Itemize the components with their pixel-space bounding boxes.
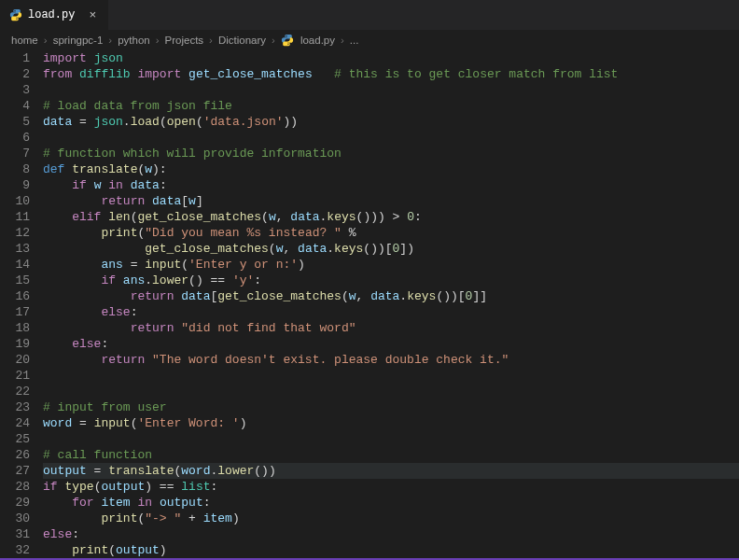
code-line[interactable]: if type(output) == list: xyxy=(43,479,739,495)
code-line[interactable]: for item in output: xyxy=(43,495,739,511)
breadcrumb-item-more[interactable]: ... xyxy=(350,35,359,46)
line-number: 21 xyxy=(0,368,30,384)
line-number: 5 xyxy=(0,114,30,130)
code-line[interactable]: elif len(get_close_matches(w, data.keys(… xyxy=(43,209,739,225)
line-number: 27 xyxy=(0,463,30,479)
line-number: 19 xyxy=(0,336,30,352)
line-number: 13 xyxy=(0,241,30,257)
line-number: 29 xyxy=(0,495,30,511)
python-file-icon xyxy=(281,34,294,47)
code-line[interactable] xyxy=(43,368,739,384)
breadcrumb-item-python[interactable]: python xyxy=(118,35,150,46)
code-line[interactable]: # load data from json file xyxy=(43,98,739,114)
breadcrumb-item-projects[interactable]: Projects xyxy=(165,35,204,46)
code-line[interactable]: print("-> " + item) xyxy=(43,511,739,526)
code-line[interactable]: # function which will provide informatio… xyxy=(43,146,739,161)
line-number: 1 xyxy=(0,50,30,66)
python-file-icon xyxy=(9,8,22,21)
line-number: 30 xyxy=(0,511,30,526)
line-number: 3 xyxy=(0,82,30,98)
code-line[interactable]: if w in data: xyxy=(43,177,739,193)
code-line[interactable]: data = json.load(open('data.json')) xyxy=(43,114,739,130)
line-number: 25 xyxy=(0,431,30,447)
code-line[interactable]: def translate(w): xyxy=(43,161,739,177)
line-number: 16 xyxy=(0,288,30,304)
code-line[interactable]: return "did not find that word" xyxy=(43,320,739,336)
breadcrumb-item-home[interactable]: home xyxy=(11,35,38,46)
line-number: 8 xyxy=(0,161,30,177)
code-line[interactable]: get_close_matches(w, data.keys())[0]) xyxy=(43,241,739,257)
code-line[interactable]: # call function xyxy=(43,447,739,463)
line-number: 28 xyxy=(0,479,30,495)
code-line[interactable]: if ans.lower() == 'y': xyxy=(43,273,739,288)
code-line[interactable]: else: xyxy=(43,336,739,352)
code-line[interactable]: print("Did you mean %s instead? " % xyxy=(43,225,739,241)
code-line[interactable]: import json xyxy=(43,50,739,66)
code-line[interactable]: return data[get_close_matches(w, data.ke… xyxy=(43,288,739,304)
code-line[interactable]: return "The word doesn't exist. please d… xyxy=(43,352,739,368)
line-number: 32 xyxy=(0,542,30,558)
line-number: 14 xyxy=(0,257,30,273)
line-number: 11 xyxy=(0,209,30,225)
line-number: 15 xyxy=(0,273,30,288)
chevron-right-icon: › xyxy=(44,35,48,46)
code-line[interactable]: # input from user xyxy=(43,399,739,415)
line-number: 22 xyxy=(0,384,30,399)
chevron-right-icon: › xyxy=(272,35,275,46)
line-number-gutter: 1234567891011121314151617181920212223242… xyxy=(0,50,43,558)
chevron-right-icon: › xyxy=(108,35,112,46)
breadcrumb: home › springpc-1 › python › Projects › … xyxy=(0,30,739,50)
code-line[interactable] xyxy=(43,431,739,447)
code-line[interactable]: print(output) xyxy=(43,542,739,558)
line-number: 9 xyxy=(0,177,30,193)
code-line[interactable]: output = translate(word.lower()) xyxy=(43,463,739,479)
line-number: 6 xyxy=(0,130,30,146)
code-line[interactable] xyxy=(43,384,739,399)
code-line[interactable]: word = input('Enter Word: ') xyxy=(43,415,739,431)
line-number: 4 xyxy=(0,98,30,114)
code-area[interactable]: import jsonfrom difflib import get_close… xyxy=(43,50,739,558)
breadcrumb-item-dictionary[interactable]: Dictionary xyxy=(218,35,266,46)
line-number: 12 xyxy=(0,225,30,241)
line-number: 10 xyxy=(0,193,30,209)
line-number: 24 xyxy=(0,415,30,431)
line-number: 20 xyxy=(0,352,30,368)
code-line[interactable]: from difflib import get_close_matches # … xyxy=(43,66,739,82)
breadcrumb-item-springpc[interactable]: springpc-1 xyxy=(53,35,104,46)
breadcrumb-item-file[interactable]: load.py xyxy=(300,35,335,46)
tab-label: load.py xyxy=(28,8,75,21)
line-number: 2 xyxy=(0,66,30,82)
code-line[interactable]: return data[w] xyxy=(43,193,739,209)
code-line[interactable] xyxy=(43,130,739,146)
code-line[interactable]: ans = input('Enter y or n:') xyxy=(43,257,739,273)
tab-close-icon[interactable]: × xyxy=(86,8,99,22)
line-number: 17 xyxy=(0,304,30,320)
chevron-right-icon: › xyxy=(156,35,160,46)
code-line[interactable]: else: xyxy=(43,526,739,542)
code-line[interactable]: else: xyxy=(43,304,739,320)
line-number: 31 xyxy=(0,526,30,542)
line-number: 23 xyxy=(0,399,30,415)
editor[interactable]: 1234567891011121314151617181920212223242… xyxy=(0,50,739,558)
tab-bar: load.py × xyxy=(0,0,739,30)
chevron-right-icon: › xyxy=(209,35,213,46)
line-number: 26 xyxy=(0,447,30,463)
chevron-right-icon: › xyxy=(341,35,344,46)
line-number: 18 xyxy=(0,320,30,336)
tab-load-py[interactable]: load.py × xyxy=(0,0,109,30)
line-number: 7 xyxy=(0,146,30,161)
code-line[interactable] xyxy=(43,82,739,98)
